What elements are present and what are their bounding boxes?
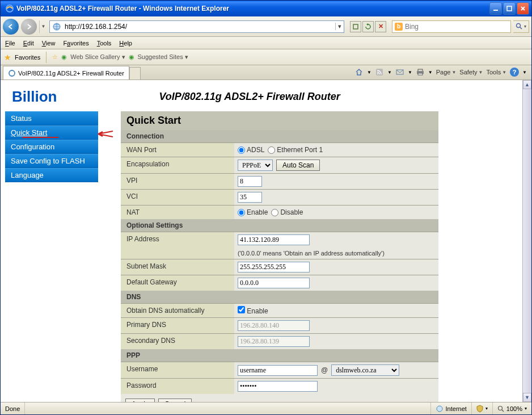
divider xyxy=(46,52,47,63)
safety-menu[interactable]: Safety ▼ xyxy=(459,69,483,76)
scroll-up-icon[interactable]: ▲ xyxy=(523,80,531,89)
input-subnet[interactable] xyxy=(238,262,310,273)
title-bar: VoIP/802.11g ADSL2+ Firewall Router - Wi… xyxy=(1,1,531,16)
status-done: Done xyxy=(1,403,25,414)
label-wanport: WAN Port xyxy=(121,143,234,157)
menu-tools[interactable]: Tools xyxy=(97,40,112,47)
input-vpi[interactable] xyxy=(238,176,262,187)
maximize-button[interactable] xyxy=(503,2,516,15)
ie-icon xyxy=(5,4,14,13)
select-encapsulation[interactable]: PPPoE xyxy=(238,160,273,171)
print-dropdown[interactable]: ▼ xyxy=(428,70,433,75)
bing-icon: b xyxy=(395,23,403,31)
home-dropdown[interactable]: ▼ xyxy=(367,70,371,75)
input-ip[interactable] xyxy=(238,234,310,245)
radio-nat-disable[interactable]: Disable xyxy=(271,208,303,216)
section-dns: DNS xyxy=(121,291,438,303)
mail-dropdown[interactable]: ▼ xyxy=(408,70,412,75)
zoom-control[interactable]: 100% ▾ xyxy=(492,403,531,414)
annotation-underline xyxy=(22,137,58,138)
radio-nat-enable[interactable]: Enable xyxy=(238,208,268,216)
menu-edit[interactable]: Edit xyxy=(23,40,34,47)
menu-view[interactable]: View xyxy=(42,40,56,47)
suggested-link[interactable]: Suggested Sites ▾ xyxy=(138,53,188,61)
svg-rect-12 xyxy=(418,73,423,75)
help-icon[interactable]: ? xyxy=(510,68,519,77)
section-connection: Connection xyxy=(121,130,438,142)
close-button[interactable] xyxy=(517,2,529,15)
vertical-scrollbar[interactable]: ▲ ▼ xyxy=(522,80,531,402)
search-input[interactable] xyxy=(405,23,508,31)
sidebar-item-configuration[interactable]: Configuration xyxy=(5,140,98,154)
label-vci: VCI xyxy=(121,190,234,205)
page-menu[interactable]: Page ▼ xyxy=(436,69,457,76)
input-secondary-dns xyxy=(238,336,310,347)
tools-menu[interactable]: Tools ▼ xyxy=(486,69,506,76)
svg-rect-4 xyxy=(353,24,358,29)
menu-help[interactable]: Help xyxy=(119,40,132,47)
search-button[interactable]: ▾ xyxy=(513,20,529,33)
shield-icon xyxy=(476,405,483,413)
input-primary-dns xyxy=(238,320,310,331)
autoscan-button[interactable]: Auto Scan xyxy=(276,160,320,171)
label-gateway: Default Gateway xyxy=(121,275,234,291)
content-area: Billion VoIP/802.11g ADSL2+ Firewall Rou… xyxy=(1,80,531,402)
mail-icon[interactable] xyxy=(395,68,404,77)
config-panel: Quick Start Connection WAN Port ADSL Eth… xyxy=(121,111,438,402)
svg-rect-2 xyxy=(507,6,512,11)
search-box: b xyxy=(392,20,511,33)
zoom-icon xyxy=(497,405,504,412)
status-zone[interactable]: Internet xyxy=(430,403,471,414)
stop-button[interactable]: ✕ xyxy=(375,21,386,32)
apply-button[interactable]: Apply xyxy=(125,399,155,402)
feeds-dropdown[interactable]: ▼ xyxy=(387,70,392,75)
browser-tab[interactable]: VoIP/802.11g ADSL2+ Firewall Router xyxy=(3,66,129,79)
webslice-link[interactable]: Web Slice Gallery ▾ xyxy=(70,53,125,61)
help-dropdown[interactable]: ▼ xyxy=(522,70,527,75)
input-password[interactable] xyxy=(238,381,318,392)
label-ip: IP Address xyxy=(121,232,234,259)
svg-point-5 xyxy=(517,23,521,27)
panel-heading: Quick Start xyxy=(121,111,438,130)
tab-bar: VoIP/802.11g ADSL2+ Firewall Router ▼ ▼ … xyxy=(1,65,531,80)
section-ppp: PPP xyxy=(121,349,438,362)
home-icon[interactable] xyxy=(354,68,364,77)
forward-button[interactable] xyxy=(21,19,37,35)
nav-history-dropdown[interactable]: ▼ xyxy=(39,20,47,33)
url-input[interactable] xyxy=(64,23,335,31)
select-domain[interactable]: dslmweb.co.za xyxy=(331,364,399,376)
label-secondary-dns: Secondary DNS xyxy=(121,334,234,349)
check-dns-auto[interactable]: Enable xyxy=(238,306,268,315)
radio-ethernet[interactable]: Ethernet Port 1 xyxy=(268,146,323,154)
input-vci[interactable] xyxy=(238,192,262,203)
fav-add-icon[interactable]: ☆ xyxy=(52,53,58,61)
tab-toolbar: ▼ ▼ ▼ ▼ Page ▼ Safety ▼ Tools ▼ ?▼ xyxy=(350,65,531,79)
input-username[interactable] xyxy=(238,365,318,376)
sidebar-item-saveconfig[interactable]: Save Config to FLASH xyxy=(5,154,98,168)
sidebar-item-language[interactable]: Language xyxy=(5,168,98,182)
new-tab-button[interactable] xyxy=(129,67,141,79)
menu-file[interactable]: File xyxy=(5,40,15,47)
compat-view-icon[interactable] xyxy=(350,21,361,32)
favorites-label[interactable]: Favorites xyxy=(15,54,40,61)
sidebar-item-status[interactable]: Status xyxy=(5,111,98,125)
menu-favorites[interactable]: Favorites xyxy=(63,40,88,47)
feeds-icon[interactable] xyxy=(375,68,384,77)
scroll-down-icon[interactable]: ▼ xyxy=(523,393,531,402)
protected-mode[interactable]: ▾ xyxy=(471,403,492,414)
svg-rect-7 xyxy=(376,69,383,76)
label-primary-dns: Primary DNS xyxy=(121,318,234,333)
url-dropdown[interactable]: ▾ xyxy=(335,23,344,30)
print-icon[interactable] xyxy=(416,68,425,77)
favorites-star-icon[interactable]: ★ xyxy=(4,53,11,62)
cancel-button[interactable]: Cancel xyxy=(158,399,192,402)
back-button[interactable] xyxy=(3,19,19,35)
sidebar-item-quickstart[interactable]: Quick Start xyxy=(5,125,98,140)
radio-adsl[interactable]: ADSL xyxy=(238,146,264,154)
at-symbol: @ xyxy=(321,366,328,374)
section-optional: Optional Settings xyxy=(121,219,438,232)
minimize-button[interactable] xyxy=(489,2,502,15)
page-banner: Billion VoIP/802.11g ADSL2+ Firewall Rou… xyxy=(1,80,522,111)
refresh-button[interactable] xyxy=(362,21,374,32)
input-gateway[interactable] xyxy=(238,278,310,288)
